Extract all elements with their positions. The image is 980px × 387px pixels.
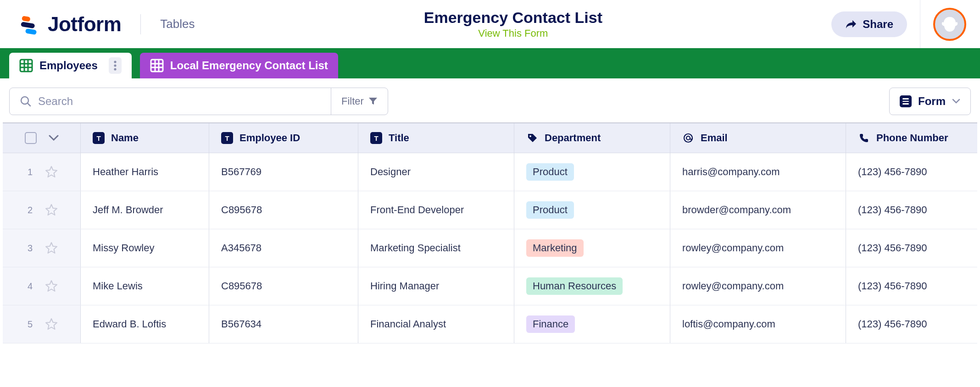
cell-phone[interactable]: (123) 456-7890 [846,305,977,343]
chevron-down-icon[interactable] [49,135,59,141]
cell-department[interactable]: Product [514,153,670,191]
col-title[interactable]: T Title [358,123,514,153]
tab-strip: Employees Local Emergency Contact List [0,48,980,78]
cell-employee-id[interactable]: C895678 [209,267,358,305]
cell-name[interactable]: Jeff M. Browder [81,191,209,229]
cell-title[interactable]: Front-End Developer [358,191,514,229]
cell-name[interactable]: Heather Harris [81,153,209,191]
svg-point-18 [529,135,531,137]
search-filter-group: Filter [9,88,388,115]
cell-department[interactable]: Marketing [514,229,670,267]
col-label: Phone Number [876,132,948,144]
filter-label: Filter [341,95,364,107]
cell-name[interactable]: Edward B. Loftis [81,305,209,343]
cell-employee-id[interactable]: A345678 [209,229,358,267]
form-icon [900,95,912,107]
share-button[interactable]: Share [831,11,907,37]
dept-tag: Marketing [526,239,584,257]
cell-title[interactable]: Hiring Manager [358,267,514,305]
star-icon[interactable] [45,203,58,217]
cell-phone[interactable]: (123) 456-7890 [846,191,977,229]
brand-name: Jotform [48,13,121,36]
cell-department[interactable]: Product [514,191,670,229]
svg-point-20 [686,136,690,140]
cell-email[interactable]: rowley@company.com [670,229,846,267]
col-name[interactable]: T Name [81,123,209,153]
header-actions: Share [831,0,966,48]
cell-email[interactable]: harris@company.com [670,153,846,191]
svg-rect-2 [25,28,37,34]
cell-title[interactable]: Financial Analyst [358,305,514,343]
view-form-link[interactable]: View This Form [195,28,831,39]
tab-local-emergency[interactable]: Local Emergency Contact List [140,53,338,78]
row-index-cell: 2 [3,191,81,229]
table-row[interactable]: 5Edward B. LoftisB567634Financial Analys… [3,305,977,343]
svg-point-8 [114,61,116,63]
svg-rect-0 [22,16,30,22]
row-index-cell: 5 [3,305,81,343]
svg-rect-1 [21,22,35,28]
dept-tag: Human Resources [526,277,623,295]
chevron-down-icon [952,99,960,104]
table-row[interactable]: 1Heather HarrisB567769DesignerProducthar… [3,153,977,191]
star-icon[interactable] [45,241,58,255]
cell-department[interactable]: Human Resources [514,267,670,305]
cell-employee-id[interactable]: C895678 [209,191,358,229]
jotform-logo[interactable]: Jotform [18,13,121,36]
star-icon[interactable] [45,279,58,293]
header-divider [140,14,141,34]
search-box[interactable] [10,88,331,115]
grid-icon [19,59,33,72]
col-employee-id[interactable]: T Employee ID [209,123,358,153]
svg-point-19 [684,134,692,142]
row-index-cell: 4 [3,267,81,305]
text-type-icon: T [93,132,105,144]
col-select [3,123,81,153]
tag-icon [526,132,538,144]
grid-icon [150,59,164,72]
cell-title[interactable]: Marketing Specialist [358,229,514,267]
cell-email[interactable]: loftis@company.com [670,305,846,343]
svg-rect-3 [20,60,32,72]
section-label[interactable]: Tables [160,17,195,31]
filter-icon [368,97,378,105]
search-input[interactable] [38,95,321,108]
table-row[interactable]: 3Missy RowleyA345678Marketing Specialist… [3,229,977,267]
svg-rect-11 [151,60,163,72]
cell-email[interactable]: browder@company.com [670,191,846,229]
star-icon[interactable] [45,165,58,179]
dept-tag: Finance [526,315,575,333]
col-email[interactable]: Email [670,123,846,153]
cell-title[interactable]: Designer [358,153,514,191]
jotform-mark-icon [18,13,40,35]
table-row[interactable]: 2Jeff M. BrowderC895678Front-End Develop… [3,191,977,229]
cell-phone[interactable]: (123) 456-7890 [846,267,977,305]
row-number: 3 [25,243,35,254]
cell-name[interactable]: Mike Lewis [81,267,209,305]
cell-name[interactable]: Missy Rowley [81,229,209,267]
cell-employee-id[interactable]: B567634 [209,305,358,343]
toolbar: Filter Form [0,78,980,122]
cell-employee-id[interactable]: B567769 [209,153,358,191]
tab-more-icon[interactable] [109,57,122,74]
svg-point-10 [114,68,116,70]
select-all-checkbox[interactable] [25,132,37,144]
star-icon[interactable] [45,317,58,331]
col-phone[interactable]: Phone Number [846,123,977,153]
table-row[interactable]: 4Mike LewisC895678Hiring ManagerHuman Re… [3,267,977,305]
filter-button[interactable]: Filter [331,88,388,115]
row-number: 2 [25,205,35,216]
cell-email[interactable]: rowley@company.com [670,267,846,305]
dept-tag: Product [526,163,574,181]
cell-phone[interactable]: (123) 456-7890 [846,229,977,267]
cell-department[interactable]: Finance [514,305,670,343]
col-label: Name [111,132,139,144]
svg-line-17 [28,103,30,106]
text-type-icon: T [370,132,382,144]
tab-employees[interactable]: Employees [9,53,132,78]
form-view-button[interactable]: Form [889,88,971,115]
col-department[interactable]: Department [514,123,670,153]
avatar[interactable] [933,8,966,41]
header-vdivider [920,0,920,48]
cell-phone[interactable]: (123) 456-7890 [846,153,977,191]
